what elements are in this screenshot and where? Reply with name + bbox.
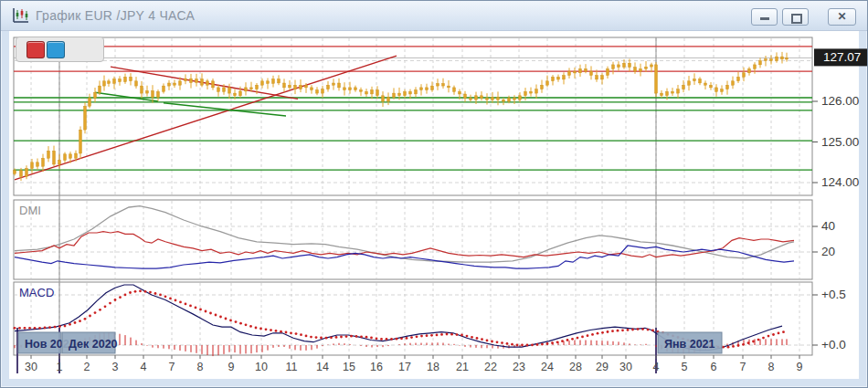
- candle-body: [360, 90, 363, 92]
- macd-signal-dot: [245, 323, 248, 326]
- macd-signal-dot: [450, 333, 453, 336]
- macd-signal-dot: [762, 337, 765, 340]
- macd-signal-dot: [737, 344, 740, 347]
- macd-signal-dot: [386, 338, 388, 341]
- macd-signal-dot: [772, 333, 775, 336]
- candle-body: [89, 98, 91, 106]
- candle-body: [607, 68, 609, 75]
- candle-body: [267, 81, 270, 84]
- macd-signal-dot: [169, 298, 172, 300]
- candle-body: [726, 85, 729, 89]
- macd-signal-dot: [44, 327, 47, 330]
- candle-body: [99, 86, 101, 92]
- macd-signal-dot: [295, 332, 298, 335]
- candle-body: [376, 90, 379, 96]
- price-tick-label: 126.00: [821, 94, 859, 108]
- macd-signal-dot: [325, 337, 328, 340]
- macd-signal-dot: [566, 339, 569, 341]
- macd-signal-dot: [144, 290, 147, 293]
- x-tick-label: 6: [711, 361, 717, 373]
- x-tick-label: 8: [197, 361, 204, 373]
- chart-toolbar: [16, 37, 104, 62]
- macd-signal-dot: [280, 330, 282, 333]
- candle-body: [174, 83, 176, 85]
- macd-signal-dot: [270, 329, 272, 331]
- candle-body: [382, 96, 385, 101]
- x-tick-label: 9: [228, 361, 235, 373]
- candle-body: [415, 90, 418, 94]
- macd-signal-dot: [631, 329, 634, 331]
- candle-body: [546, 81, 549, 85]
- x-tick-label: 16: [370, 361, 383, 373]
- macd-signal-dot: [607, 330, 609, 333]
- x-tick-label: 8: [768, 361, 775, 373]
- candle-body: [426, 88, 429, 90]
- macd-signal-dot: [215, 314, 217, 317]
- x-tick-label: 15: [343, 361, 355, 373]
- candle-body: [655, 65, 658, 93]
- price-tick-label: 125.00: [821, 135, 859, 149]
- candle-body: [470, 98, 472, 100]
- candle-body: [409, 91, 412, 94]
- macd-signal-dot: [159, 294, 162, 297]
- macd-signal-dot: [24, 327, 26, 330]
- x-tick-label: 7: [169, 361, 175, 373]
- candle-body: [704, 83, 707, 85]
- x-tick-label: 2: [84, 361, 90, 373]
- candle-body: [770, 59, 773, 61]
- macd-signal-dot: [406, 337, 408, 340]
- candle-body: [141, 86, 143, 93]
- macd-signal-dot: [597, 332, 599, 335]
- price-chart[interactable]: DMIMACD126.00125.00124.00127.074020+0.5+…: [1, 1, 867, 387]
- candle-body: [294, 85, 297, 89]
- macd-signal-dot: [335, 336, 338, 339]
- macd-signal-dot: [370, 337, 373, 340]
- macd-signal-dot: [310, 336, 312, 339]
- dmi-tick-label: 40: [821, 219, 835, 233]
- current-price-flag-label: 127.07: [823, 50, 861, 64]
- macd-signal-dot: [149, 291, 152, 294]
- macd-signal-dot: [376, 337, 378, 340]
- macd-signal-dot: [782, 330, 785, 333]
- x-tick-label: 11: [286, 361, 298, 373]
- candle-body: [119, 79, 122, 82]
- candle-body: [349, 88, 352, 90]
- macd-signal-dot: [491, 341, 493, 343]
- candle-body: [530, 91, 533, 93]
- month-label: Дек 2020: [69, 338, 118, 351]
- blue-marker-button[interactable]: [47, 41, 65, 58]
- candle-body: [135, 81, 138, 86]
- candle-body: [557, 77, 560, 79]
- red-marker-button[interactable]: [26, 41, 45, 58]
- candle-body: [278, 79, 281, 83]
- candle-body: [464, 94, 467, 99]
- macd-signal-dot: [360, 335, 363, 338]
- macd-signal-dot: [34, 327, 37, 330]
- candle-body: [212, 81, 215, 88]
- x-tick-label: 1: [57, 361, 63, 373]
- candle-body: [84, 106, 87, 130]
- macd-signal-dot: [74, 321, 77, 324]
- candle-body: [513, 98, 516, 100]
- x-tick-label: 18: [427, 361, 439, 373]
- candle-body: [519, 96, 522, 100]
- macd-signal-dot: [195, 307, 197, 309]
- candle-body: [748, 68, 751, 72]
- candle-body: [398, 93, 401, 96]
- candle-body: [79, 130, 82, 153]
- candle-body: [453, 88, 456, 92]
- macd-signal-dot: [235, 320, 238, 323]
- x-tick-label: 17: [398, 361, 411, 373]
- macd-signal-dot: [436, 334, 439, 337]
- macd-signal-dot: [209, 312, 212, 315]
- candle-body: [289, 85, 291, 88]
- candle-body: [623, 63, 626, 67]
- candle-body: [206, 81, 209, 85]
- macd-tick-label: +0.0: [821, 338, 846, 351]
- chart-window: График EUR /JPY 4 ЧАСА ✕ DMIMACD126.0012…: [0, 0, 868, 388]
- macd-signal-dot: [637, 328, 640, 330]
- macd-signal-dot: [627, 329, 630, 331]
- candle-body: [311, 88, 313, 90]
- macd-signal-dot: [340, 336, 343, 339]
- candle-body: [672, 91, 674, 93]
